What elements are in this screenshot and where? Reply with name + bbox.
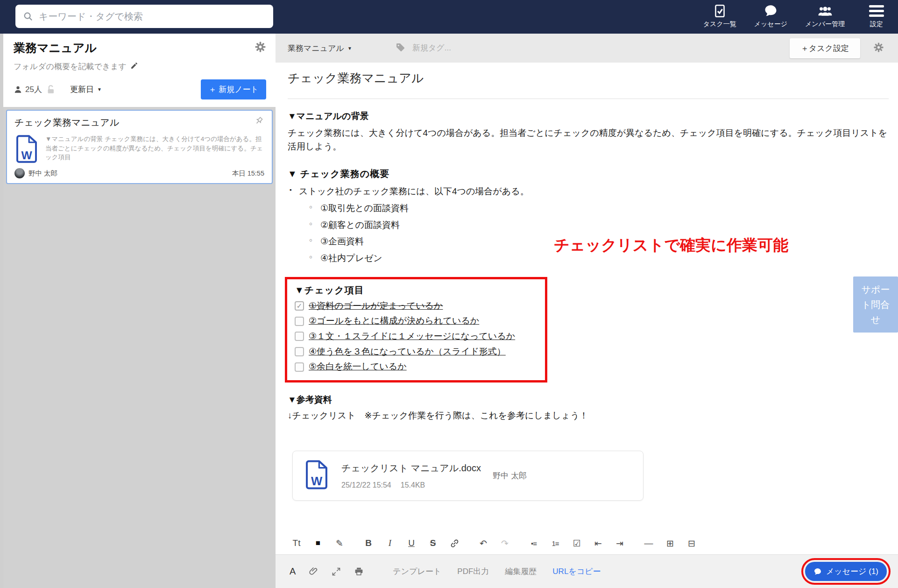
file-attachment-card[interactable]: W チェックリスト マニュアル.docx 25/12/22 15:54 15.4…	[292, 451, 643, 501]
font-color-a-button[interactable]: A	[290, 566, 296, 577]
italic-button[interactable]: I	[382, 535, 398, 551]
nav-members[interactable]: メンバー管理	[805, 2, 845, 28]
new-tag-input[interactable]	[412, 43, 520, 53]
checkbox[interactable]	[295, 332, 304, 341]
sort-by-updated[interactable]: 更新日 ▼	[70, 84, 102, 95]
note-settings-gear-icon[interactable]	[873, 42, 884, 55]
pdf-export-button[interactable]: PDF出力	[457, 566, 489, 577]
check-list-button[interactable]: ☑	[569, 535, 585, 551]
word-doc-icon: W	[14, 135, 39, 165]
nav-label: メッセージ	[754, 20, 787, 28]
overview-item: ①取引先との面談資料	[308, 202, 889, 215]
highlighter-button[interactable]: ✎	[332, 535, 347, 551]
indent-button[interactable]: ⇥	[612, 535, 628, 551]
note-card-title: チェック業務マニュアル	[14, 116, 119, 129]
avatar	[14, 168, 25, 178]
red-highlight-ring: メッセージ (1)	[801, 558, 891, 585]
copy-url-button[interactable]: URLをコピー	[552, 566, 601, 577]
folder-settings-gear-icon[interactable]	[255, 41, 266, 55]
checkbox[interactable]	[295, 317, 304, 326]
checkbox[interactable]	[295, 301, 304, 311]
new-note-button[interactable]: ＋ 新規ノート	[201, 79, 266, 99]
attach-file-button[interactable]	[309, 567, 318, 576]
text-style-button[interactable]: Tt	[289, 535, 304, 551]
reference-note: ↓チェックリスト ※チェック作業を行う際は、これを参考にしましょう！	[288, 410, 889, 422]
bold-button[interactable]: B	[361, 535, 376, 551]
search-box[interactable]	[15, 5, 273, 28]
note-title: チェック業務マニュアル	[288, 70, 889, 99]
print-button[interactable]	[354, 567, 364, 576]
fullscreen-button[interactable]	[332, 567, 341, 576]
checklist-label: ③１文・１スライドに１メッセージになっているか	[309, 331, 515, 342]
checklist-row: ②ゴールをもとに構成が決められているか	[295, 315, 538, 327]
template-button[interactable]: テンプレート	[393, 566, 441, 577]
note-editor[interactable]: チェック業務マニュアル ▼マニュアルの背景 チェック業務には、大きく分けて4つの…	[276, 63, 898, 532]
red-annotation-box: ▼チェック項目 ①資料のゴールが定まっているか ②ゴールをもとに構成が決められて…	[285, 277, 547, 383]
footer-bar: A テンプレート PDF出力 編集履歴 URLをコ	[276, 554, 898, 588]
horizontal-rule-button[interactable]: —	[641, 535, 657, 551]
nav-task-list[interactable]: タスク一覧	[703, 2, 736, 28]
nav-label: メンバー管理	[805, 20, 845, 28]
editor-format-toolbar: Tt ■ ✎ B I U S ↶ ↷ •≡ 1≡ ☑ ⇤ ⇥ — ⊞ ⊟	[276, 532, 898, 554]
folder-header: 業務マニュアル フォルダの概要を記載できます	[3, 34, 276, 107]
search-input[interactable]	[39, 11, 266, 22]
nav-label: 設定	[870, 20, 883, 28]
outdent-button[interactable]: ⇤	[590, 535, 606, 551]
message-button[interactable]: メッセージ (1)	[805, 562, 887, 581]
font-color-button[interactable]: ■	[310, 535, 326, 551]
nav-messages[interactable]: メッセージ	[754, 2, 787, 28]
checklist-label: ②ゴールをもとに構成が決められているか	[309, 315, 479, 327]
note-list-item[interactable]: チェック業務マニュアル W	[6, 110, 273, 184]
collapse-block-button[interactable]: ⊟	[684, 535, 700, 551]
edit-history-button[interactable]: 編集履歴	[505, 566, 537, 577]
section-heading-overview: ▼ チェック業務の概要	[288, 168, 889, 180]
numbered-list-button[interactable]: 1≡	[547, 535, 563, 551]
checklist-row: ④使う色を３色になっているか（スライド形式）	[295, 346, 538, 358]
red-annotation-text: チェックリストで確実に作業可能	[554, 235, 788, 256]
speech-bubble-icon	[813, 567, 822, 576]
attachment-author: 野中 太郎	[493, 470, 527, 481]
attachment-date: 25/12/22 15:54	[341, 481, 391, 489]
checkbox[interactable]	[295, 362, 304, 372]
word-doc-icon: W	[304, 460, 329, 492]
checkbox[interactable]	[295, 347, 304, 356]
section-heading-background: ▼マニュアルの背景	[288, 110, 889, 122]
note-card-preview: ▼マニュアルの背景 チェック業務には、大きく分けて4つの場合がある。担当者ごとに…	[45, 135, 264, 165]
expand-icon	[332, 567, 341, 576]
folder-breadcrumb[interactable]: 業務マニュアル ▼	[288, 43, 352, 54]
redo-button[interactable]: ↷	[497, 535, 513, 551]
paperclip-icon	[309, 567, 318, 576]
task-settings-button[interactable]: ＋タスク設定	[790, 38, 860, 58]
attachment-size: 15.4KB	[401, 481, 425, 489]
checklist-row: ③１文・１スライドに１メッセージになっているか	[295, 331, 538, 342]
tag-icon	[395, 42, 406, 55]
background-paragraph: チェック業務には、大きく分けて4つの場合がある。担当者ごとにチェックの精度が異な…	[288, 126, 889, 154]
pin-icon[interactable]	[254, 116, 264, 128]
message-icon	[764, 2, 778, 19]
nav-settings[interactable]: 設定	[863, 2, 891, 28]
member-count[interactable]: 25人	[14, 84, 42, 95]
menu-icon	[869, 2, 884, 19]
bullet-list-button[interactable]: •≡	[526, 535, 542, 551]
checklist-label: ⑤余白を統一しているか	[309, 361, 407, 373]
link-icon	[450, 538, 460, 548]
note-pane: 業務マニュアル ▼ ＋タスク設定	[276, 34, 898, 588]
unlock-icon	[46, 85, 56, 95]
table-button[interactable]: ⊞	[662, 535, 678, 551]
nav-label: タスク一覧	[703, 20, 736, 28]
search-icon	[23, 11, 33, 21]
undo-button[interactable]: ↶	[475, 535, 491, 551]
support-contact-button[interactable]: サポート問合せ	[853, 276, 898, 333]
note-list: チェック業務マニュアル W	[3, 107, 276, 187]
underline-button[interactable]: U	[403, 535, 419, 551]
top-bar: タスク一覧 メッセージ	[0, 0, 898, 34]
section-heading-reference: ▼参考資料	[288, 394, 889, 406]
folder-title: 業務マニュアル	[14, 40, 97, 56]
note-card-author: 野中 太郎	[28, 169, 57, 178]
members-icon	[817, 2, 834, 19]
edit-pencil-icon[interactable]	[130, 62, 138, 72]
checklist-label: ①資料のゴールが定まっているか	[309, 300, 443, 312]
strikethrough-button[interactable]: S	[425, 535, 441, 551]
link-button[interactable]	[446, 535, 462, 551]
overview-item: ②顧客との面談資料	[308, 219, 889, 232]
